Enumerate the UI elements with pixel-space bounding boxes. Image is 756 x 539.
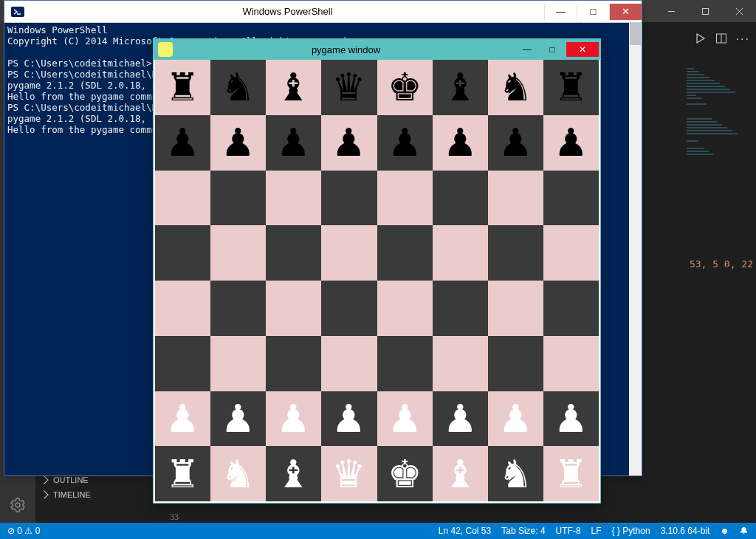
ps-close-button[interactable]: ✕: [609, 4, 642, 20]
chess-square[interactable]: [321, 281, 377, 336]
chess-square[interactable]: ♟: [543, 391, 599, 447]
chess-piece-wq[interactable]: ♛: [331, 455, 366, 493]
chess-square[interactable]: [155, 336, 210, 391]
chess-square[interactable]: [433, 171, 488, 226]
chess-square[interactable]: [543, 171, 599, 226]
chess-square[interactable]: ♟: [321, 391, 377, 447]
vscode-minimize-button[interactable]: [654, 0, 688, 22]
chess-piece-br[interactable]: ♜: [165, 68, 200, 106]
chess-square[interactable]: ♞: [210, 60, 266, 115]
chess-square[interactable]: ♞: [210, 446, 266, 501]
chess-square[interactable]: [321, 171, 377, 226]
chess-square[interactable]: [543, 281, 599, 336]
chess-piece-wr[interactable]: ♜: [165, 455, 200, 493]
pygame-titlebar[interactable]: pygame window — □ ✕: [154, 39, 600, 60]
chess-square[interactable]: [210, 281, 266, 336]
chess-square[interactable]: ♛: [321, 60, 377, 115]
chess-piece-wp[interactable]: ♟: [554, 399, 588, 438]
chess-square[interactable]: ♟: [266, 115, 321, 171]
chess-piece-wp[interactable]: ♟: [388, 399, 422, 438]
chess-square[interactable]: ♟: [377, 115, 433, 171]
chess-piece-wp[interactable]: ♟: [443, 399, 478, 438]
chess-square[interactable]: [210, 225, 266, 281]
status-tab-size[interactable]: Tab Size: 4: [501, 526, 545, 536]
pg-close-button[interactable]: ✕: [566, 42, 599, 57]
chess-piece-wp[interactable]: ♟: [276, 399, 311, 438]
chess-piece-bq[interactable]: ♛: [331, 68, 366, 106]
powershell-titlebar[interactable]: Windows PowerShell — □ ✕: [4, 1, 642, 23]
chess-piece-wp[interactable]: ♟: [165, 399, 200, 438]
chess-square[interactable]: ♟: [266, 391, 321, 447]
chess-square[interactable]: [377, 336, 433, 391]
status-interpreter[interactable]: 3.10.6 64-bit: [661, 526, 710, 536]
chess-piece-wn[interactable]: ♞: [498, 455, 533, 493]
chess-square[interactable]: [433, 281, 488, 336]
chess-square[interactable]: ♟: [155, 115, 210, 171]
chess-piece-bp[interactable]: ♟: [498, 123, 533, 162]
chess-piece-bp[interactable]: ♟: [165, 123, 200, 162]
chess-square[interactable]: ♛: [321, 446, 377, 501]
pg-maximize-button[interactable]: □: [541, 42, 563, 57]
chess-square[interactable]: ♝: [266, 446, 321, 501]
chess-square[interactable]: ♟: [210, 115, 266, 171]
chess-square[interactable]: [377, 281, 433, 336]
status-language[interactable]: { } Python: [612, 526, 650, 536]
chess-square[interactable]: [155, 225, 210, 281]
chess-square[interactable]: ♝: [433, 446, 488, 501]
chess-square[interactable]: [266, 336, 321, 391]
chess-square[interactable]: ♚: [377, 60, 433, 115]
chess-square[interactable]: [377, 171, 433, 226]
chess-square[interactable]: [266, 225, 321, 281]
chess-square[interactable]: ♜: [155, 60, 210, 115]
chess-piece-wp[interactable]: ♟: [331, 399, 366, 438]
chess-square[interactable]: [321, 225, 377, 281]
pg-minimize-button[interactable]: —: [516, 42, 538, 57]
chess-piece-bp[interactable]: ♟: [276, 123, 311, 162]
split-editor-icon[interactable]: [715, 32, 727, 47]
chess-piece-wb[interactable]: ♝: [276, 455, 311, 493]
chess-piece-wk[interactable]: ♚: [388, 455, 422, 493]
chess-piece-bp[interactable]: ♟: [331, 123, 366, 162]
chess-piece-wp[interactable]: ♟: [221, 399, 255, 438]
chess-square[interactable]: [433, 225, 488, 281]
chess-square[interactable]: [155, 281, 210, 336]
chess-square[interactable]: [543, 336, 599, 391]
chess-square[interactable]: [266, 281, 321, 336]
chess-square[interactable]: ♞: [488, 446, 543, 501]
status-problems[interactable]: ⊘ 0 ⚠ 0: [7, 526, 40, 536]
chess-square[interactable]: ♟: [377, 391, 433, 447]
chess-square[interactable]: ♟: [488, 115, 543, 171]
chess-piece-wn[interactable]: ♞: [221, 455, 255, 493]
ps-minimize-button[interactable]: —: [544, 4, 577, 20]
ps-maximize-button[interactable]: □: [577, 4, 609, 20]
chess-piece-wb[interactable]: ♝: [443, 455, 478, 493]
chess-square[interactable]: ♜: [543, 60, 599, 115]
chess-piece-wp[interactable]: ♟: [498, 399, 533, 438]
chess-square[interactable]: [488, 171, 543, 226]
chess-square[interactable]: ♟: [488, 391, 543, 447]
chess-square[interactable]: [543, 225, 599, 281]
chess-square[interactable]: [210, 336, 266, 391]
chess-square[interactable]: [155, 171, 210, 226]
settings-gear-icon[interactable]: [9, 496, 27, 517]
chess-square[interactable]: [488, 281, 543, 336]
status-cursor-position[interactable]: Ln 42, Col 53: [439, 526, 491, 536]
chess-piece-bn[interactable]: ♞: [498, 68, 533, 106]
notifications-icon[interactable]: 🔔︎: [740, 526, 749, 536]
chess-square[interactable]: ♟: [155, 391, 210, 447]
chess-square[interactable]: [377, 225, 433, 281]
chess-square[interactable]: ♝: [266, 60, 321, 115]
chess-square[interactable]: ♚: [377, 446, 433, 501]
chess-square[interactable]: [266, 171, 321, 226]
chess-square[interactable]: ♟: [321, 115, 377, 171]
chess-piece-wr[interactable]: ♜: [554, 455, 588, 493]
chess-square[interactable]: ♜: [155, 446, 210, 501]
more-icon[interactable]: ···: [736, 32, 750, 47]
chess-square[interactable]: ♟: [210, 391, 266, 447]
chess-square[interactable]: ♝: [433, 60, 488, 115]
run-icon[interactable]: [695, 32, 707, 47]
timeline-section[interactable]: TIMELINE: [35, 487, 168, 502]
chess-square[interactable]: ♟: [433, 115, 488, 171]
minimap[interactable]: [682, 59, 756, 354]
chess-square[interactable]: ♟: [543, 115, 599, 171]
